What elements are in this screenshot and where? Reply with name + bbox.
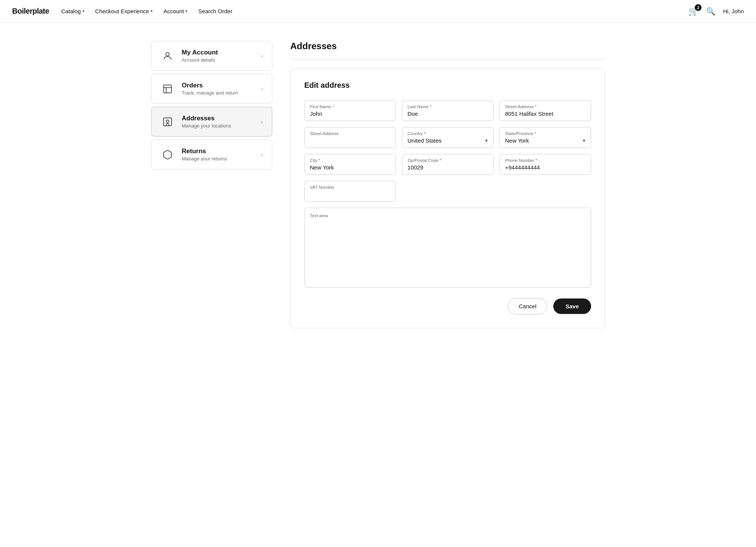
cart-badge: 2 — [695, 4, 702, 11]
edit-address-title: Edit address — [304, 81, 591, 90]
svg-rect-1 — [163, 85, 171, 93]
content-area: Addresses Edit address First Name * Last… — [290, 41, 605, 328]
sidebar-item-orders[interactable]: Orders Track, manage and return › — [151, 74, 272, 104]
vat-input[interactable] — [310, 191, 390, 197]
svg-point-0 — [166, 52, 169, 56]
form-row-4: VAT Number — [304, 181, 591, 202]
chevron-down-icon: ▾ — [583, 138, 585, 143]
state-field[interactable]: State/Province * New York California Tex… — [500, 127, 591, 148]
text-area-input[interactable] — [310, 220, 585, 281]
first-name-input[interactable] — [310, 110, 390, 117]
country-select[interactable]: United States Canada United Kingdom — [408, 137, 485, 144]
chevron-down-icon: ▾ — [151, 9, 153, 14]
chevron-down-icon: ▾ — [185, 9, 188, 14]
last-name-field[interactable]: Last Name * — [402, 100, 494, 121]
svg-point-3 — [166, 120, 169, 123]
sidebar-returns-sub: Manage your returns — [182, 156, 227, 162]
last-name-label: Last Name * — [408, 104, 488, 109]
sidebar-orders-sub: Track, manage and return — [182, 90, 238, 96]
navbar-nav: Catalog ▾ Checkout Experience ▾ Account … — [61, 8, 233, 14]
sidebar: My Account Account details › Orders Trac… — [151, 41, 272, 328]
text-area-field[interactable]: Text area — [304, 208, 591, 287]
sidebar-returns-title: Returns — [182, 148, 227, 155]
form-row-3: City * Zip/Postal Code * Phone Number * — [304, 154, 591, 175]
cancel-button[interactable]: Cancel — [508, 298, 548, 314]
returns-icon — [161, 148, 174, 162]
address-form: First Name * Last Name * Street Address … — [304, 100, 591, 287]
chevron-right-icon: › — [261, 152, 263, 158]
country-label: Country * — [408, 131, 488, 136]
title-divider — [290, 59, 605, 59]
navbar: Boilerplate Catalog ▾ Checkout Experienc… — [0, 0, 756, 23]
chevron-down-icon: ▾ — [485, 138, 488, 143]
zip-input[interactable] — [408, 164, 488, 171]
zip-field[interactable]: Zip/Postal Code * — [402, 154, 494, 175]
user-icon — [161, 49, 174, 63]
phone-field[interactable]: Phone Number * — [500, 154, 591, 175]
sidebar-item-addresses[interactable]: Addresses Manage your locations › — [151, 107, 272, 137]
textarea-label: Text area — [310, 213, 585, 218]
first-name-label: First Name * — [310, 104, 390, 109]
nav-search-order[interactable]: Search Order — [198, 8, 232, 14]
first-name-field[interactable]: First Name * — [304, 100, 396, 121]
street-address2-label: Street Address — [310, 131, 390, 136]
last-name-input[interactable] — [408, 110, 488, 117]
sidebar-addresses-title: Addresses — [182, 115, 231, 122]
chevron-right-icon: › — [261, 53, 263, 59]
state-select[interactable]: New York California Texas — [505, 137, 583, 144]
navbar-left: Boilerplate Catalog ▾ Checkout Experienc… — [12, 7, 232, 16]
street-address1-input[interactable] — [505, 110, 585, 117]
search-button[interactable]: 🔍 — [706, 7, 716, 16]
chevron-down-icon: ▾ — [82, 9, 85, 14]
cart-button[interactable]: 🛒 2 — [688, 6, 699, 16]
vat-label: VAT Number — [310, 185, 390, 190]
nav-checkout-experience[interactable]: Checkout Experience ▾ — [95, 8, 153, 14]
brand-logo: Boilerplate — [12, 7, 49, 16]
country-field[interactable]: Country * United States Canada United Ki… — [402, 127, 494, 148]
addresses-icon — [161, 115, 174, 129]
sidebar-item-my-account[interactable]: My Account Account details › — [151, 41, 272, 71]
nav-account[interactable]: Account ▾ — [163, 8, 188, 14]
chevron-right-icon: › — [261, 119, 263, 125]
street-address1-label: Street Address * — [505, 104, 585, 109]
city-label: City * — [310, 158, 390, 163]
vat-field[interactable]: VAT Number — [304, 181, 396, 202]
edit-address-card: Edit address First Name * Last Name * St… — [290, 68, 605, 328]
page-title: Addresses — [290, 41, 605, 51]
main-container: My Account Account details › Orders Trac… — [136, 23, 620, 347]
nav-catalog[interactable]: Catalog ▾ — [61, 8, 85, 14]
city-field[interactable]: City * — [304, 154, 396, 175]
form-row-2: Street Address Country * United States C… — [304, 127, 591, 148]
phone-input[interactable] — [505, 164, 585, 171]
state-label: State/Province * — [505, 131, 585, 136]
phone-label: Phone Number * — [505, 158, 585, 163]
zip-label: Zip/Postal Code * — [408, 158, 488, 163]
sidebar-addresses-sub: Manage your locations — [182, 123, 231, 129]
user-greeting: Hi, John — [723, 8, 744, 14]
form-row-1: First Name * Last Name * Street Address … — [304, 100, 591, 121]
sidebar-orders-title: Orders — [182, 82, 238, 89]
chevron-right-icon: › — [261, 86, 263, 92]
orders-icon — [161, 82, 174, 96]
sidebar-item-returns[interactable]: Returns Manage your returns › — [151, 140, 272, 169]
navbar-right: 🛒 2 🔍 Hi, John — [688, 6, 744, 16]
sidebar-my-account-sub: Account details — [182, 57, 218, 63]
street-address2-input[interactable] — [310, 137, 390, 144]
form-actions: Cancel Save — [304, 298, 591, 314]
svg-rect-2 — [163, 118, 171, 126]
save-button[interactable]: Save — [553, 298, 591, 314]
street-address2-field[interactable]: Street Address — [304, 127, 396, 148]
city-input[interactable] — [310, 164, 390, 171]
street-address1-field[interactable]: Street Address * — [500, 100, 591, 121]
sidebar-my-account-title: My Account — [182, 49, 218, 56]
